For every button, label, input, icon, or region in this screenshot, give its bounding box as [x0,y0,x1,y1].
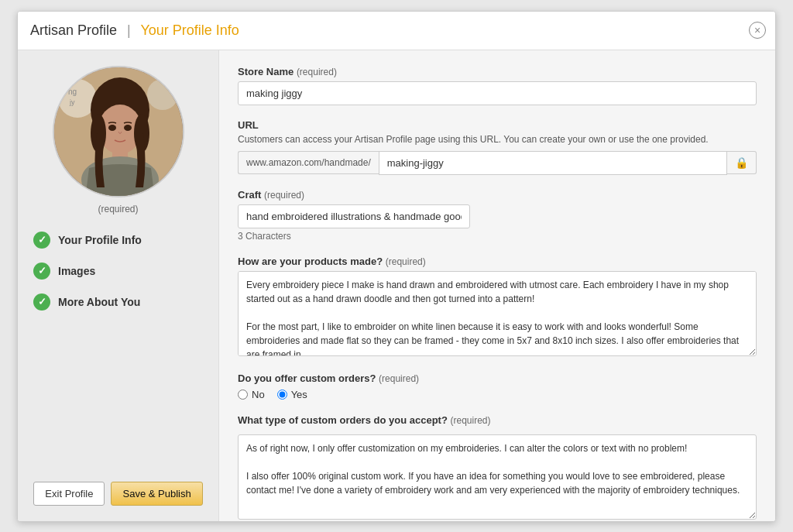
check-icon-profile [33,232,50,249]
check-icon-more [33,293,50,311]
sidebar-item-profile-info[interactable]: Your Profile Info [30,227,206,253]
custom-orders-section: Do you offer custom orders? (required) N… [238,372,757,400]
store-name-input[interactable] [238,81,757,105]
nav-label-more: More About You [58,296,140,308]
custom-orders-radio-group: No Yes [238,389,757,400]
nav-items: Your Profile Info Images More About You [30,227,206,320]
sidebar: ng jy [18,50,219,521]
modal-body: ng jy [18,50,775,521]
craft-label: Craft (required) [238,189,757,201]
how-made-section: How are your products made? (required) E… [238,256,757,359]
nav-label-profile: Your Profile Info [58,234,142,246]
title-separator: | [127,22,131,38]
url-section: URL Customers can access your Artisan Pr… [238,119,757,175]
sidebar-item-more-about[interactable]: More About You [30,289,206,315]
svg-point-11 [108,125,116,131]
check-icon-images [33,263,50,280]
how-made-textarea[interactable]: Every embroidery piece I make is hand dr… [238,271,757,356]
save-publish-button[interactable]: Save & Publish [111,482,202,506]
avatar-image: ng jy [54,67,183,196]
radio-yes[interactable] [277,390,287,400]
avatar-svg: ng jy [54,67,183,196]
svg-text:jy: jy [69,98,75,106]
avatar-required: (required) [98,204,138,215]
radio-no-label: No [252,389,265,400]
craft-section: Craft (required) 3 Characters [238,189,757,242]
char-count: 3 Characters [238,231,757,242]
url-description: Customers can access your Artisan Profil… [238,134,757,145]
exit-profile-button[interactable]: Exit Profile [33,482,105,506]
nav-label-images: Images [58,265,95,277]
close-button[interactable]: × [749,22,766,39]
svg-text:ng: ng [68,88,77,96]
url-prefix: www.amazon.com/handmade/ [238,151,379,174]
modal-overlay: Artisan Profile | Your Profile Info × [0,0,793,532]
radio-yes-label: Yes [291,389,307,400]
main-content: Store Name (required) URL Customers can … [219,50,775,521]
url-row: www.amazon.com/handmade/ 🔒 [238,151,757,175]
url-lock-button[interactable]: 🔒 [727,151,757,174]
custom-orders-label: Do you offer custom orders? (required) [238,372,757,384]
svg-point-2 [147,79,178,110]
custom-orders-type-label: What type of custom orders do you accept… [238,414,757,426]
artisan-profile-title: Artisan Profile [30,22,117,38]
radio-no[interactable] [238,390,248,400]
modal-header: Artisan Profile | Your Profile Info × [18,12,775,50]
custom-orders-type-textarea[interactable]: As of right now, I only offer customizat… [238,434,757,520]
url-title: URL [238,119,757,131]
svg-point-12 [124,125,132,131]
sidebar-item-images[interactable]: Images [30,258,206,284]
modal-title: Artisan Profile | Your Profile Info [30,22,239,39]
sidebar-buttons: Exit Profile Save & Publish [33,482,202,506]
how-made-label: How are your products made? (required) [238,256,757,267]
radio-yes-option[interactable]: Yes [277,389,307,400]
custom-orders-type-section: What type of custom orders do you accept… [238,414,757,521]
store-name-label: Store Name (required) [238,66,757,77]
avatar: ng jy [53,66,184,197]
store-name-section: Store Name (required) [238,66,757,105]
modal: Artisan Profile | Your Profile Info × [17,11,776,522]
radio-no-option[interactable]: No [238,389,265,400]
url-input[interactable] [379,151,727,175]
profile-info-title: Your Profile Info [140,22,239,38]
craft-input[interactable] [238,204,470,228]
